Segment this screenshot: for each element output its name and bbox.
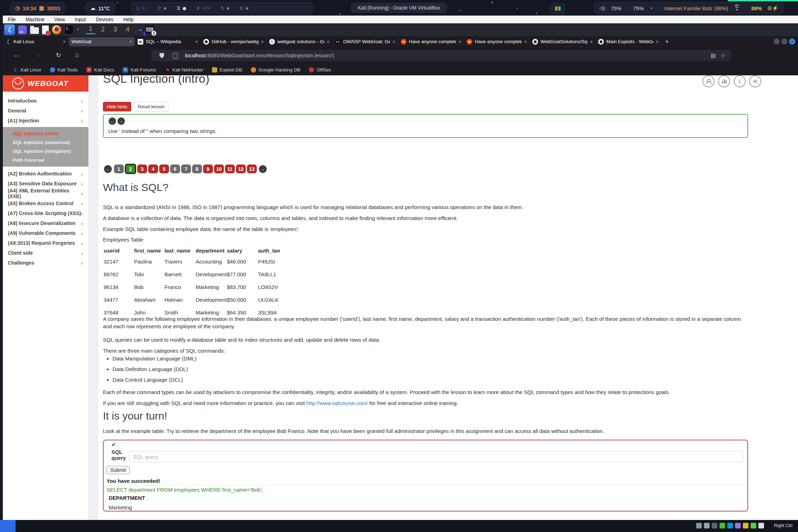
chevron-down-icon[interactable]: ˅: [77, 27, 79, 32]
new-tab-button[interactable]: +: [665, 38, 669, 46]
tracking-protection-shield-icon[interactable]: [160, 53, 164, 58]
close-icon[interactable]: ×: [656, 39, 659, 45]
page-4[interactable]: 4: [148, 164, 158, 173]
workspace-6[interactable]: 6: ●: [240, 5, 248, 11]
sidebar-item-a3-sensitive-data[interactable]: (A3) Sensitive Data Exposure›: [3, 179, 88, 189]
bookmark-google-hacking-db[interactable]: Google Hacking DB: [251, 67, 301, 73]
close-icon[interactable]: ×: [590, 39, 593, 45]
workspace-1[interactable]: 1: >_: [136, 5, 147, 11]
page-9[interactable]: 9: [203, 164, 213, 173]
sidebar-item-a2-broken-authentication[interactable]: (A2) Broken Authentication›: [3, 169, 88, 179]
home-icon[interactable]: ⌂: [75, 51, 79, 59]
sidebar-item-path-traversal[interactable]: Path traversal: [3, 156, 88, 164]
site-info-icon[interactable]: [173, 53, 178, 59]
audio-icon[interactable]: [712, 523, 717, 528]
bookmark-kali-forums[interactable]: ✎ Kali Forums: [123, 67, 156, 73]
page-2-current[interactable]: 2: [125, 164, 136, 174]
sql-query-input[interactable]: [129, 451, 743, 462]
page-8[interactable]: 8: [192, 164, 202, 173]
back-icon[interactable]: ←: [13, 51, 20, 59]
workspace-switcher[interactable]: 1: >_ 2: ● 3: ● 4: </> 5: ● 6: ●: [131, 2, 313, 14]
address-bar[interactable]: localhost:8080/WebGoat/start.mvc#lesson/…: [151, 50, 731, 61]
page-7[interactable]: 7: [181, 164, 191, 173]
workspace-5[interactable]: 5: ●: [221, 5, 229, 11]
sidebar-item-sql-injection-advanced[interactable]: SQL Injection (advanced): [3, 138, 88, 147]
minimize-button[interactable]: [774, 39, 780, 45]
activity-icon[interactable]: [718, 75, 730, 87]
tab-reddit-thread-1[interactable]: Have anyone completed ×: [398, 36, 464, 47]
workspace-3-active[interactable]: 3: ●: [177, 5, 186, 11]
close-icon[interactable]: ×: [458, 39, 461, 45]
optical-disk-icon[interactable]: [704, 523, 710, 528]
url-text[interactable]: localhost:8080/WebGoat/start.mvc#lesson/…: [185, 52, 334, 58]
previous-hint-icon[interactable]: ←: [109, 117, 116, 125]
tab-sql-wikipedia[interactable]: W SQL – Wikipedia ×: [135, 36, 201, 47]
vm-workspace-2[interactable]: 2: [98, 26, 108, 34]
sidebar-item-a5-broken-access[interactable]: (A5) Broken Access Control›: [3, 198, 88, 208]
page-6[interactable]: 6: [170, 164, 180, 173]
tab-webgoat-active[interactable]: WebGoat ×: [69, 37, 135, 46]
maximize-button[interactable]: [781, 39, 787, 45]
bookmark-kali-linux[interactable]: ζ Kali Linux: [13, 67, 41, 73]
sidebar-item-general[interactable]: General›: [3, 106, 88, 116]
sidebar-item-a4-xxe[interactable]: (A4) XML External Entities (XXE)›: [3, 189, 88, 198]
close-icon[interactable]: ×: [327, 39, 330, 45]
tab-google-search[interactable]: G webgoat solutions - Go ×: [267, 36, 332, 47]
sidebar-item-a9-vulnerable-components[interactable]: (A9) Vulnerable Components›: [3, 228, 88, 238]
document-icon[interactable]: [42, 25, 49, 34]
recording-icon[interactable]: [751, 523, 756, 528]
display-icon[interactable]: [743, 523, 748, 528]
page-5[interactable]: 5: [159, 164, 169, 173]
sidebar-item-introduction[interactable]: Introduction›: [3, 96, 88, 106]
file-manager-icon[interactable]: [30, 27, 39, 34]
hide-hints-button[interactable]: Hide hints: [103, 102, 131, 111]
close-window-button[interactable]: ×: [789, 39, 795, 45]
sidebar-item-a82013-request-forgeries[interactable]: (A8:2013) Request Forgeries›: [3, 238, 88, 248]
close-icon[interactable]: ×: [261, 39, 264, 45]
menu-machine[interactable]: Machine: [26, 17, 45, 22]
reader-mode-icon[interactable]: ▤: [711, 52, 716, 59]
menu-help[interactable]: Help: [123, 17, 134, 22]
weather-widget[interactable]: ☁ 11°C: [85, 2, 115, 14]
kali-menu-button[interactable]: ζ: [4, 24, 15, 35]
mail-icon[interactable]: ✉: [749, 75, 761, 87]
page-10[interactable]: 10: [214, 164, 224, 173]
close-icon[interactable]: ×: [129, 39, 132, 45]
page-12[interactable]: 12: [236, 164, 246, 173]
system-tray[interactable]: ◁)) 75% 75% ◔ Internet Familie Bolz (86%…: [594, 2, 784, 14]
bookmark-kali-docs[interactable]: ≡ Kali Docs: [86, 67, 114, 73]
tab-github-solutions[interactable]: WebGoatSolutions/Sql ×: [530, 36, 596, 47]
menu-view[interactable]: View: [54, 17, 65, 22]
close-icon[interactable]: ×: [195, 39, 198, 45]
window-switcher-icon[interactable]: [18, 25, 27, 34]
usb-icon[interactable]: [727, 523, 733, 528]
sidebar-item-a8-insecure-deserialization[interactable]: (A8) Insecure Deserialization›: [3, 218, 88, 228]
bookmark-star-icon[interactable]: ☆: [721, 52, 725, 59]
network-icon[interactable]: [719, 523, 725, 528]
vm-workspace-1[interactable]: 1: [86, 25, 95, 34]
page-13[interactable]: 13: [247, 164, 257, 173]
bookmark-exploit-db[interactable]: Exploit-DB: [212, 67, 242, 73]
reset-lesson-button[interactable]: Reset lesson: [134, 102, 168, 111]
vm-workspace-4[interactable]: 4: [123, 26, 132, 34]
page-1[interactable]: 1: [114, 164, 124, 173]
sidebar-item-client-side[interactable]: Client side›: [3, 248, 88, 258]
terminal-launcher-icon[interactable]: $_: [64, 25, 74, 34]
tab-github-exploits[interactable]: Main Exploits · WebGo ×: [596, 36, 661, 47]
info-icon[interactable]: i: [734, 75, 746, 87]
tab-reddit-thread-2[interactable]: Have anyone completed ×: [464, 36, 530, 47]
next-page-icon[interactable]: →: [259, 165, 267, 173]
reload-icon[interactable]: ↻: [56, 51, 61, 59]
bookmark-kali-nethunter[interactable]: ◥ Kali NetHunter: [164, 67, 203, 73]
workspace-2[interactable]: 2: ●: [158, 5, 166, 11]
bookmark-offsec[interactable]: OffSec: [309, 67, 331, 73]
sidebar-item-a1-injection[interactable]: (A1) Injection›: [3, 116, 88, 126]
tab-github-vernjan[interactable]: GitHub - vernjan/webgo ×: [201, 36, 267, 47]
tab-kali-linux[interactable]: ζ Kali Linux ×: [3, 36, 69, 47]
shared-folders-icon[interactable]: [735, 523, 741, 528]
vm-workspace-3[interactable]: 3: [111, 26, 120, 34]
systray-app-icon[interactable]: [550, 3, 565, 14]
page-3[interactable]: 3: [137, 164, 147, 173]
page-11[interactable]: 11: [225, 164, 235, 173]
user-plus-icon[interactable]: [702, 75, 715, 87]
